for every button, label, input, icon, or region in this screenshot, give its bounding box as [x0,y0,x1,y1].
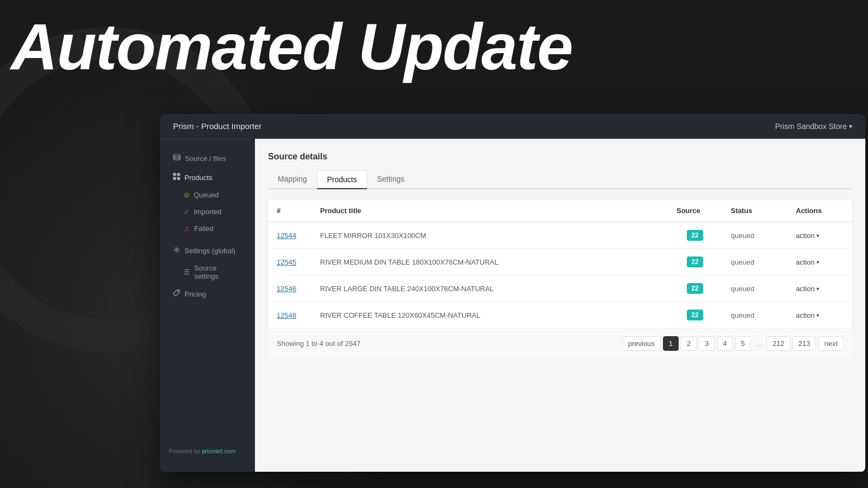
database-icon [173,154,181,163]
product-id-link[interactable]: 12546 [277,285,296,293]
product-source-cell: 22 [668,302,722,329]
sidebar-item-pricing[interactable]: Pricing [164,285,250,303]
action-dropdown[interactable]: action [796,311,844,319]
page-btn-212[interactable]: 212 [767,336,790,351]
product-id-cell: 12544 [268,222,311,249]
settings-icon [173,246,180,255]
tag-icon [173,290,180,298]
source-badge: 22 [687,310,703,320]
page-btn-2[interactable]: 2 [681,336,697,351]
sidebar-item-settings-global[interactable]: Settings (global) [164,242,250,259]
product-source-cell: 22 [668,249,722,275]
table-row: 12544 FLEET MIRROR 101X30X100CM 22 queue… [268,222,852,249]
clock-icon: ⊙ [184,191,189,199]
product-status-cell: queued [722,249,787,275]
product-id-cell: 12548 [268,302,311,329]
sidebar-source-settings-label: Source settings [194,264,241,280]
col-header-hash: # [268,200,311,222]
product-source-cell: 22 [668,275,722,302]
product-title-cell: RIVER MEDIUM DIN TABLE 180X100X76CM-NATU… [311,249,668,275]
svg-rect-4 [177,177,181,181]
product-source-cell: 22 [668,222,722,249]
product-status-cell: queued [722,302,787,329]
col-header-source: Source [668,200,722,222]
sidebar-footer-link[interactable]: prismict.com [202,448,235,454]
sidebar-imported-label: Imported [194,208,221,216]
svg-point-0 [174,155,180,157]
page-btn-3[interactable]: 3 [699,336,714,351]
next-page-btn[interactable]: next [818,336,844,351]
sidebar-item-source-settings[interactable]: ☰ Source settings [164,260,250,284]
pagination-bar: Showing 1 to 4 out of 2547 previous12345… [268,328,852,358]
status-text: queued [731,232,754,240]
sidebar-item-source-files[interactable]: Source / files [164,150,250,168]
table-row: 12545 RIVER MEDIUM DIN TABLE 180X100X76C… [268,249,852,275]
svg-point-5 [176,249,178,251]
action-dropdown[interactable]: action [796,258,844,266]
product-action-cell: action [787,222,852,249]
page-btn-5[interactable]: 5 [735,336,751,351]
table-row: 12548 RIVER COFFEE TABLE 120X60X45CM-NAT… [268,302,852,329]
source-badge: 22 [687,256,703,267]
table-header-row: # Product title Source Status Actions [268,200,852,222]
warning-icon: ⚠ [184,225,190,233]
section-title: Source details [268,152,852,162]
product-id-link[interactable]: 12545 [277,258,296,266]
product-status-cell: queued [722,222,787,249]
status-text: queued [731,311,754,319]
sidebar-item-products[interactable]: Products [164,169,250,186]
page-btn-213[interactable]: 213 [793,336,816,351]
sidebar-failed-label: Failed [194,224,213,233]
check-icon: ✓ [184,208,189,216]
product-action-cell: action [787,302,852,329]
app-title: Prism - Product Importer [173,121,261,131]
sidebar-source-files-label: Source / files [185,155,226,163]
sidebar-item-failed[interactable]: ⚠ Failed [164,221,250,236]
page-ellipsis: … [753,337,764,350]
sidebar-footer: Powered by prismict.com [160,441,254,461]
product-id-link[interactable]: 12548 [277,311,296,319]
tab-settings[interactable]: Settings [367,170,414,189]
product-id-cell: 12546 [268,275,311,302]
store-selector[interactable]: Prism Sandbox Store [775,122,852,131]
prev-page-btn[interactable]: previous [622,336,661,351]
product-id-link[interactable]: 12544 [277,232,296,240]
pagination-info: Showing 1 to 4 out of 2547 [277,339,361,348]
svg-rect-2 [177,173,181,176]
product-action-cell: action [787,249,852,275]
product-id-cell: 12545 [268,249,311,275]
page-btn-4[interactable]: 4 [717,336,733,351]
sidebar-settings-global-label: Settings (global) [184,247,235,255]
svg-rect-3 [173,177,176,181]
product-title-cell: RIVER LARGE DIN TABLE 240X100X76CM-NATUR… [311,275,668,302]
col-header-status: Status [722,200,787,222]
sidebar-nav: Source / files Products [160,150,254,303]
tab-mapping[interactable]: Mapping [268,170,317,189]
list-icon: ☰ [184,268,190,276]
product-status-cell: queued [722,275,787,302]
sidebar-products-label: Products [184,174,212,182]
sidebar: Source / files Products [160,139,255,472]
action-dropdown[interactable]: action [796,285,844,293]
col-header-title: Product title [311,200,668,222]
grid-icon [173,173,180,182]
svg-point-6 [178,291,178,292]
tabs-bar: Mapping Products Settings [268,170,852,189]
sidebar-item-queued[interactable]: ⊙ Queued [164,187,250,203]
product-title-cell: FLEET MIRROR 101X30X100CM [311,222,668,249]
tab-products[interactable]: Products [317,170,367,189]
table-row: 12546 RIVER LARGE DIN TABLE 240X100X76CM… [268,275,852,302]
status-text: queued [731,285,754,293]
sidebar-item-imported[interactable]: ✓ Imported [164,204,250,220]
app-header: Prism - Product Importer Prism Sandbox S… [160,114,865,139]
sidebar-queued-label: Queued [194,191,219,199]
product-title-cell: RIVER COFFEE TABLE 120X60X45CM-NATURAL [311,302,668,329]
app-window: Prism - Product Importer Prism Sandbox S… [160,114,865,472]
action-dropdown[interactable]: action [796,232,844,240]
pagination-controls: previous12345…212213next [622,336,844,351]
page-btn-1[interactable]: 1 [663,336,679,351]
col-header-actions: Actions [787,200,852,222]
sidebar-pricing-label: Pricing [184,290,206,298]
source-badge: 22 [687,230,703,241]
status-text: queued [731,258,754,266]
